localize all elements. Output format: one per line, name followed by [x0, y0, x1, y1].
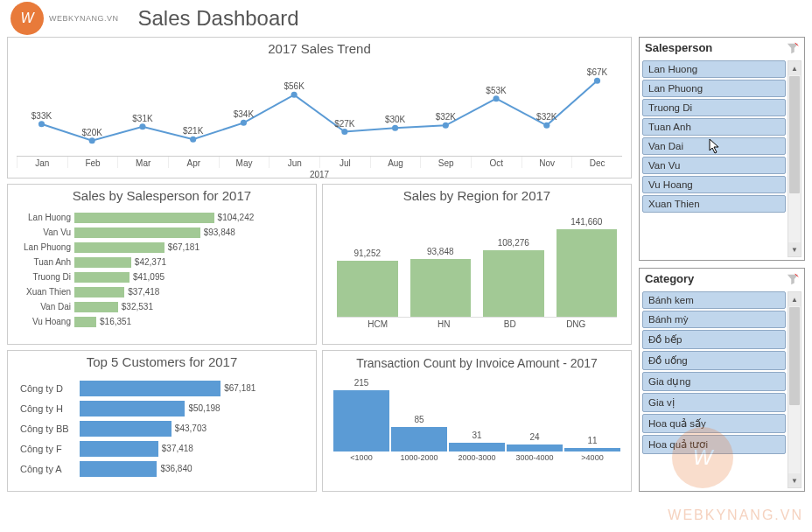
category-slicer-item[interactable]: Gia dụng	[642, 372, 786, 391]
bar-value: $43,703	[175, 424, 206, 433]
category-slicer-item[interactable]: Đồ uống	[642, 351, 786, 370]
salesperson-slicer-item[interactable]: Xuan Thien	[642, 195, 786, 213]
transaction-chart-panel: Transaction Count by Invoice Amount - 20…	[322, 350, 632, 492]
bar	[74, 257, 131, 268]
scroll-up-icon[interactable]: ▲	[788, 61, 801, 75]
salesperson-slicer-item[interactable]: Van Vu	[642, 157, 786, 174]
bar	[449, 443, 505, 452]
trend-year: 2017	[8, 168, 631, 181]
bar-category: Lan Phuong	[17, 242, 74, 252]
region-label: DNG	[550, 319, 604, 329]
bar	[74, 213, 214, 223]
customer-bar-row: Công ty D $67,181	[17, 378, 307, 398]
trend-data-label: $33K	[32, 111, 52, 121]
trend-title: 2017 Sales Trend	[8, 38, 631, 60]
trend-chart-panel: 2017 Sales Trend $33K$20K$31K$21K$34K$56…	[7, 37, 632, 178]
region-label: HCM	[351, 319, 405, 329]
region-label: HN	[417, 319, 472, 329]
salesperson-slicer-item[interactable]: Lan Phuong	[642, 80, 786, 97]
bar-category: Vu Hoang	[17, 317, 74, 326]
salesperson-slicer-title: Salesperson	[645, 41, 712, 54]
scroll-down-icon[interactable]: ▼	[788, 242, 801, 256]
category-slicer-item[interactable]: Hoa quả tươi	[642, 435, 786, 454]
clear-filter-icon[interactable]	[787, 42, 799, 54]
scroll-thumb[interactable]	[789, 76, 800, 193]
customer-bar-row: Công ty A $36,840	[17, 458, 307, 479]
bar	[74, 287, 124, 298]
customers-chart-panel: Top 5 Customers for 2017 Công ty D $67,1…	[7, 350, 317, 492]
salesperson-slicer-item[interactable]: Vu Hoang	[642, 176, 786, 193]
bar	[507, 444, 563, 452]
bar-category: Công ty BB	[17, 424, 80, 434]
category-slicer-item[interactable]: Gia vị	[642, 393, 786, 412]
trend-month-label: Apr	[168, 157, 219, 168]
bar-value: 141,660	[570, 217, 602, 227]
salesperson-chart-panel: Sales by Salesperson for 2017 Lan Huong …	[7, 184, 317, 345]
salesperson-slicer-item[interactable]: Truong Di	[642, 99, 786, 116]
trend-chart: $33K$20K$31K$21K$34K$56K$27K$30K$32K$53K…	[17, 66, 622, 154]
salesperson-title: Sales by Salesperson for 2017	[8, 185, 316, 206]
salesperson-slicer-item[interactable]: Lan Huong	[642, 60, 786, 78]
trend-data-label: $32K	[536, 112, 556, 122]
bar-value: $67,181	[168, 242, 200, 252]
bar-category: Lan Huong	[17, 213, 74, 222]
trend-month-label: Nov	[522, 157, 572, 168]
salesperson-slicer: Salesperson Lan HuongLan PhuongTruong Di…	[639, 37, 805, 261]
region-title: Sales by Region for 2017	[323, 185, 631, 206]
customers-title: Top 5 Customers for 2017	[8, 351, 316, 373]
salesperson-bar-row: Xuan Thien $37,418	[17, 284, 307, 299]
scroll-up-icon[interactable]: ▲	[788, 292, 801, 306]
category-scrollbar[interactable]: ▲ ▼	[788, 291, 802, 488]
salesperson-scrollbar[interactable]: ▲ ▼	[788, 60, 802, 257]
category-slicer-item[interactable]: Bánh mỳ	[642, 311, 786, 328]
clear-filter-icon[interactable]	[787, 273, 799, 285]
customer-bar-row: Công ty H $50,198	[17, 398, 307, 418]
category-slicer-item[interactable]: Bánh kem	[642, 291, 786, 309]
category-slicer-title: Category	[645, 272, 694, 285]
bar-category: Công ty H	[17, 403, 80, 414]
salesperson-slicer-item[interactable]: Tuan Anh	[642, 118, 786, 136]
salesperson-bar-row: Tuan Anh $42,371	[17, 255, 307, 270]
region-chart-panel: Sales by Region for 2017 91,252 93,848 1…	[322, 184, 632, 345]
bar-value: $16,351	[100, 317, 131, 326]
trend-data-label: $67K	[587, 67, 607, 77]
hist-label: >4000	[564, 453, 620, 462]
region-bar: 141,660	[556, 217, 618, 317]
transaction-title: Transaction Count by Invoice Amount - 20…	[323, 351, 631, 376]
scroll-thumb[interactable]	[789, 307, 800, 405]
bar	[337, 261, 398, 317]
bar-category: Công ty A	[17, 464, 80, 474]
scroll-down-icon[interactable]: ▼	[788, 473, 801, 487]
category-slicer-item[interactable]: Hoa quả sấy	[642, 414, 786, 433]
bar	[80, 381, 220, 396]
bar-value: $32,531	[122, 302, 153, 312]
hist-label: <1000	[333, 453, 389, 462]
header: W WEBKYNANG.VN Sales Dashboard	[0, 0, 812, 37]
trend-month-label: May	[219, 157, 270, 168]
bar	[74, 272, 130, 283]
bar	[556, 229, 618, 317]
trend-month-label: Oct	[471, 157, 522, 168]
histogram-bar: 85	[391, 415, 447, 452]
bar-value: 93,848	[427, 247, 454, 256]
bar-value: 108,276	[498, 238, 529, 248]
bar-value: $37,418	[162, 444, 193, 453]
trend-data-label: $31K	[132, 114, 152, 123]
bar	[74, 242, 164, 253]
trend-month-label: Aug	[370, 157, 421, 168]
bar	[80, 401, 185, 416]
trend-data-label: $56K	[284, 81, 304, 91]
bar-value: $42,371	[135, 257, 166, 267]
bar	[483, 250, 544, 317]
category-slicer-item[interactable]: Đồ bếp	[642, 330, 786, 349]
bar-category: Van Dai	[17, 302, 74, 312]
histogram-bar: 11	[564, 436, 620, 452]
salesperson-slicer-item[interactable]: Van Dai	[642, 137, 786, 155]
bar	[74, 302, 118, 312]
bar-value: 31	[472, 430, 481, 440]
region-bar: 91,252	[337, 248, 398, 317]
logo-icon: W	[10, 2, 44, 35]
bar	[74, 228, 200, 238]
bar-value: $36,840	[160, 464, 192, 473]
bar-value: 85	[414, 415, 424, 424]
